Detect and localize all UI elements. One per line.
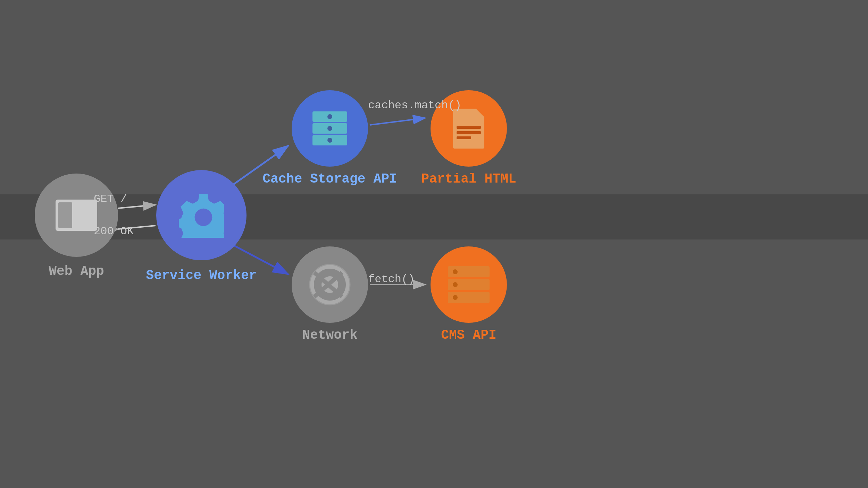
cache-db-icon <box>312 111 347 145</box>
network-label: Network <box>302 328 358 343</box>
cache-storage-node <box>292 90 368 167</box>
webapp-icon <box>56 200 97 231</box>
cms-row-1 <box>448 266 490 277</box>
doc-line-3 <box>457 136 471 139</box>
network-node <box>292 246 368 323</box>
ok-label: 200 OK <box>94 225 134 238</box>
partial-html-label: Partial HTML <box>421 171 516 186</box>
service-worker-label: Service Worker <box>146 268 257 283</box>
service-worker-node <box>156 170 247 260</box>
cms-db-icon <box>448 266 490 303</box>
webapp-node <box>35 174 118 257</box>
webapp-sidebar <box>58 202 72 228</box>
fetch-label: fetch() <box>368 273 415 286</box>
background <box>0 0 868 488</box>
cache-storage-label: Cache Storage API <box>262 171 397 186</box>
doc-lines <box>457 126 481 142</box>
cms-row-2 <box>448 279 490 290</box>
cms-api-node <box>431 246 507 323</box>
cms-row-3 <box>448 292 490 303</box>
db-row-1 <box>312 111 347 122</box>
db-row-3 <box>312 135 347 145</box>
doc-line-1 <box>457 126 481 129</box>
cms-api-label: CMS API <box>441 328 496 343</box>
globe-icon <box>307 262 352 307</box>
caches-match-label: caches.match() <box>368 99 461 112</box>
get-label: GET / <box>94 193 127 205</box>
doc-line-2 <box>457 131 481 134</box>
document-icon <box>453 109 484 149</box>
webapp-label: Web App <box>49 264 104 279</box>
db-row-2 <box>312 123 347 134</box>
gear-icon <box>179 193 224 238</box>
